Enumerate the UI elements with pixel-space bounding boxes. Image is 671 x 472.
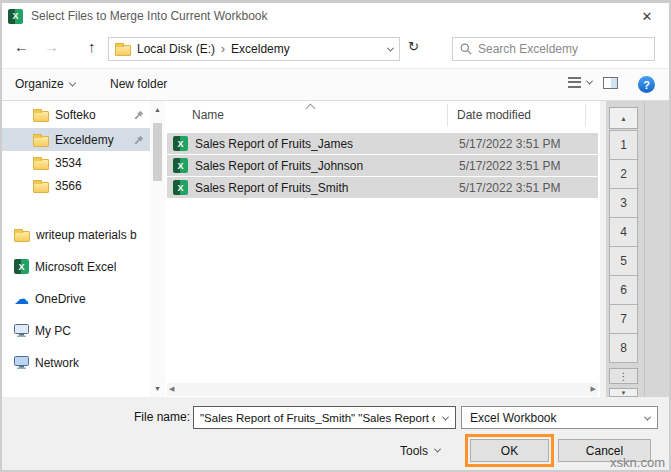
file-date: 5/17/2022 3:51 PM: [459, 181, 560, 195]
computer-icon: [14, 324, 29, 337]
column-header-name[interactable]: Name: [192, 108, 224, 122]
pin-icon[interactable]: [134, 135, 144, 145]
folder-icon: [33, 159, 49, 170]
new-folder-label: New folder: [110, 77, 167, 91]
sidebar-item-label: Softeko: [55, 108, 96, 122]
file-row[interactable]: Sales Report of Fruits_Smith 5/17/2022 3…: [167, 177, 598, 198]
sidebar-item-my-pc[interactable]: My PC: [2, 319, 150, 342]
organize-button[interactable]: Organize: [15, 77, 75, 91]
help-icon: ?: [638, 76, 655, 93]
excel-scroll-up-arrow-icon[interactable]: ▲: [609, 107, 638, 129]
chevron-down-icon[interactable]: [442, 414, 449, 421]
excel-row-header[interactable]: 7: [609, 305, 638, 334]
forward-button[interactable]: →: [44, 39, 59, 54]
excel-file-icon: [173, 158, 188, 173]
list-view-icon: [568, 77, 581, 88]
close-button[interactable]: ✕: [631, 9, 663, 24]
new-folder-button[interactable]: New folder: [110, 77, 167, 91]
sidebar-item-3534[interactable]: 3534: [2, 151, 150, 174]
scroll-down-arrow-icon[interactable]: ▼: [150, 385, 165, 392]
excel-row-header[interactable]: 1: [609, 131, 638, 160]
excel-row-header[interactable]: 4: [609, 218, 638, 247]
sidebar-item-label: OneDrive: [35, 292, 86, 306]
column-header-date-modified[interactable]: Date modified: [457, 108, 531, 122]
excel-row-header[interactable]: 5: [609, 247, 638, 276]
search-icon: [460, 43, 472, 55]
file-type-select[interactable]: Excel Workbook: [461, 406, 658, 429]
scrollbar-thumb[interactable]: [153, 123, 162, 181]
folder-icon: [14, 231, 30, 242]
breadcrumb-separator: ›: [221, 42, 225, 56]
watermark: xskn.com: [610, 455, 665, 470]
chevron-down-icon: [69, 79, 76, 86]
scroll-right-arrow-icon[interactable]: ▶: [591, 385, 596, 393]
folder-icon: [33, 111, 49, 122]
ok-button[interactable]: OK: [470, 439, 549, 462]
file-name: Sales Report of Fruits_Johnson: [195, 159, 363, 173]
file-name: Sales Report of Fruits_James: [195, 137, 353, 151]
search-box[interactable]: [452, 37, 655, 61]
excel-app-icon: [8, 9, 23, 24]
excel-row-header[interactable]: 6: [609, 276, 638, 305]
chevron-down-icon[interactable]: [644, 414, 651, 421]
folder-icon: [115, 45, 131, 56]
excel-row-header[interactable]: 3: [609, 189, 638, 218]
back-button[interactable]: ←: [14, 39, 29, 54]
excel-file-icon: [173, 180, 188, 195]
view-options-button[interactable]: [568, 77, 592, 88]
sidebar-scrollbar[interactable]: ▲ ▼: [150, 101, 165, 397]
sidebar-item-onedrive[interactable]: ☁ OneDrive: [2, 287, 150, 310]
scroll-left-arrow-icon[interactable]: ◀: [169, 385, 174, 393]
sidebar-item-network[interactable]: Network: [2, 351, 150, 374]
up-button[interactable]: ↑: [88, 39, 96, 54]
file-list: Name Date modified Sales Report of Fruit…: [165, 101, 600, 397]
search-input[interactable]: [478, 42, 647, 56]
breadcrumb-drive[interactable]: Local Disk (E:): [137, 42, 215, 56]
sidebar-item-label: writeup materials b: [36, 228, 137, 242]
horizontal-scrollbar[interactable]: ◀ ▶: [167, 383, 598, 396]
file-name-combo[interactable]: [193, 406, 456, 429]
address-bar[interactable]: Local Disk (E:) › Exceldemy: [108, 37, 400, 61]
navigation-bar: ← → ↑ Local Disk (E:) › Exceldemy ↻: [2, 29, 669, 68]
excel-row-header[interactable]: 2: [609, 160, 638, 189]
dialog-title: Select Files to Merge Into Current Workb…: [31, 9, 623, 23]
open-file-dialog: Select Files to Merge Into Current Workb…: [0, 0, 671, 472]
pin-icon[interactable]: [134, 110, 144, 120]
tools-button[interactable]: Tools: [390, 439, 450, 462]
excel-scroll-down-arrow-icon[interactable]: ▼: [609, 388, 638, 397]
sidebar-item-3566[interactable]: 3566: [2, 174, 150, 197]
file-name-input[interactable]: [200, 412, 435, 424]
worksheet-edge: [600, 101, 606, 397]
scrollbar-dots-icon[interactable]: ⋮: [609, 368, 638, 384]
command-toolbar: Organize New folder ?: [2, 68, 669, 101]
tools-label: Tools: [400, 444, 428, 458]
file-row[interactable]: Sales Report of Fruits_James 5/17/2022 3…: [167, 133, 598, 154]
network-icon: [14, 356, 29, 369]
file-date: 5/17/2022 3:51 PM: [459, 137, 560, 151]
excel-row-header[interactable]: 8: [609, 334, 638, 363]
address-dropdown-chevron-icon[interactable]: [387, 44, 394, 51]
excel-file-icon: [173, 136, 188, 151]
sidebar-item-exceldemy[interactable]: Exceldemy: [2, 128, 150, 151]
sidebar-item-microsoft-excel[interactable]: Microsoft Excel: [2, 255, 150, 278]
sidebar-item-softeko[interactable]: Softeko: [2, 103, 150, 126]
sidebar-item-label: Exceldemy: [55, 133, 114, 147]
help-button[interactable]: ?: [638, 76, 655, 93]
sidebar-item-label: My PC: [35, 324, 71, 338]
file-row[interactable]: Sales Report of Fruits_Johnson 5/17/2022…: [167, 155, 598, 176]
chevron-down-icon: [434, 446, 441, 453]
chevron-down-icon: [586, 78, 593, 85]
refresh-button[interactable]: ↻: [408, 40, 419, 53]
breadcrumb-current[interactable]: Exceldemy: [231, 42, 290, 56]
gridline: [644, 101, 645, 397]
column-separator: [585, 104, 586, 126]
column-separator: [447, 104, 448, 126]
sidebar-item-writeup-materials[interactable]: writeup materials b: [2, 223, 150, 246]
organize-label: Organize: [15, 77, 64, 91]
sidebar-item-label: 3566: [55, 179, 82, 193]
scroll-up-arrow-icon[interactable]: ▲: [150, 106, 165, 113]
background-excel-window: ▲ 1 2 3 4 5 6 7 8 ⋮ ▼: [600, 101, 669, 397]
preview-pane-button[interactable]: [603, 77, 618, 89]
file-name-label: File name:: [112, 410, 190, 424]
excel-icon: [14, 259, 29, 274]
